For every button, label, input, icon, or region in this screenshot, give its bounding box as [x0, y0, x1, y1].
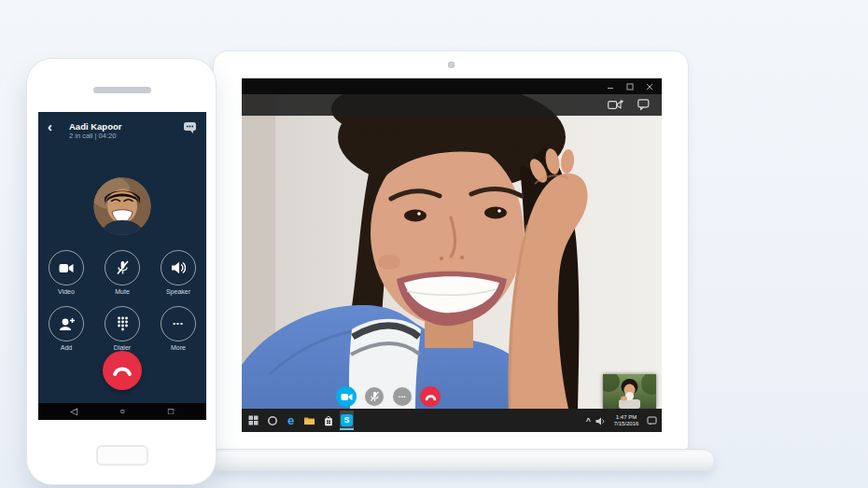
end-call-button[interactable] [103, 351, 142, 390]
add-participant-button[interactable] [49, 306, 84, 342]
webcam-dot [448, 62, 455, 68]
more-label: More [171, 344, 186, 352]
store-icon[interactable] [321, 411, 335, 430]
cortana-icon[interactable] [265, 411, 279, 430]
skype-call-screen: ‹ Aadi Kapoor 2 in call | 04:20 [38, 112, 206, 403]
more-button[interactable]: ••• [161, 306, 196, 342]
end-call-button[interactable] [420, 386, 441, 407]
add-participant-video-icon[interactable] [608, 97, 623, 114]
window-titlebar [242, 78, 662, 94]
android-recents-icon[interactable]: □ [164, 407, 177, 416]
mute-button[interactable] [105, 250, 140, 286]
phone-earpiece-slot [93, 87, 151, 93]
speaker-label: Speaker [166, 288, 190, 296]
skype-taskbar-icon[interactable]: S [340, 411, 354, 430]
dialer-icon [117, 316, 129, 331]
call-header: ‹ Aadi Kapoor 2 in call | 04:20 [38, 112, 206, 141]
taskbar-clock[interactable]: 1:47 PM 7/15/2016 [610, 414, 642, 427]
hero-scene: ••• [0, 0, 868, 488]
video-icon [59, 263, 74, 273]
remote-video-feed [242, 94, 662, 409]
taskbar-tray: ^ 1:47 PM 7/15/2016 [586, 409, 662, 432]
video-call-button[interactable] [336, 386, 357, 407]
tray-caret-icon[interactable]: ^ [586, 417, 591, 425]
minimize-icon[interactable] [606, 82, 615, 91]
android-home-icon[interactable]: ○ [116, 407, 129, 416]
contact-name: Aadi Kapoor [69, 121, 121, 132]
call-toolbar [242, 94, 662, 116]
mute-button[interactable] [364, 386, 385, 407]
remote-person-video [242, 94, 662, 409]
file-explorer-icon[interactable] [302, 411, 316, 430]
laptop-screen: ••• [242, 78, 662, 432]
more-dots-icon: ••• [399, 394, 406, 399]
end-call-icon [111, 362, 133, 379]
add-label: Add [61, 344, 72, 352]
add-person-icon [59, 317, 75, 331]
call-button-grid: Video Mute [38, 250, 206, 362]
windows-taskbar: e S ^ [242, 409, 662, 432]
self-view-video[interactable] [603, 374, 656, 409]
laptop-device: ••• [213, 50, 689, 450]
phone-device: ‹ Aadi Kapoor 2 in call | 04:20 [26, 58, 217, 485]
clock-time: 1:47 PM [610, 414, 642, 421]
back-icon[interactable]: ‹ [48, 121, 60, 132]
call-controls: ••• [336, 386, 441, 407]
start-icon[interactable] [246, 411, 260, 430]
android-nav-bar: ◁ ○ □ [38, 403, 206, 420]
android-back-icon[interactable]: ◁ [67, 407, 80, 416]
self-view-thumbnail [603, 374, 656, 409]
laptop-base [215, 449, 715, 471]
close-icon[interactable] [645, 82, 654, 91]
contact-avatar [93, 177, 151, 235]
skype-letter: S [343, 416, 349, 425]
taskbar-pinned-apps: e S [242, 409, 354, 432]
more-options-button[interactable]: ••• [392, 386, 413, 407]
clock-date: 7/15/2016 [610, 421, 642, 427]
volume-icon[interactable] [595, 412, 606, 429]
call-status: 2 in call | 04:20 [69, 132, 121, 141]
video-button[interactable] [49, 250, 84, 286]
maximize-icon[interactable] [625, 82, 635, 91]
speaker-icon [171, 261, 186, 274]
more-dots-icon: ••• [173, 320, 183, 328]
dialer-button[interactable] [105, 306, 140, 342]
phone-screen: ‹ Aadi Kapoor 2 in call | 04:20 [38, 112, 206, 420]
chat-bubble-icon[interactable] [183, 121, 197, 138]
mute-label: Mute [115, 288, 130, 296]
chat-message-icon[interactable] [637, 97, 650, 114]
speaker-button[interactable] [161, 250, 196, 286]
edge-icon[interactable]: e [284, 411, 298, 430]
video-label: Video [58, 288, 75, 296]
phone-home-button [96, 445, 148, 466]
mute-icon [116, 260, 130, 275]
action-center-icon[interactable] [647, 412, 657, 429]
